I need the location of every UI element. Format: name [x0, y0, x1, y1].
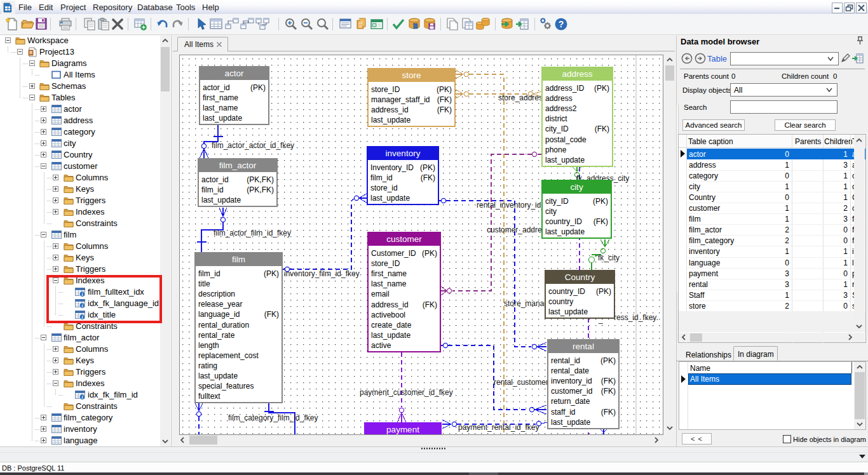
svg-text:country: country [548, 297, 573, 306]
svg-text:activebool: activebool [371, 311, 405, 319]
svg-text:film_category_film_id_fkey: film_category_film_id_fkey [228, 413, 318, 422]
svg-text:rental_duration: rental_duration [198, 321, 249, 330]
svg-text:phone: phone [545, 145, 567, 154]
svg-text:country_ID: country_ID [548, 287, 585, 296]
svg-text:actor: actor [224, 69, 244, 78]
svg-text:address: address [545, 94, 573, 103]
svg-text:(PK,FK): (PK,FK) [247, 185, 274, 194]
svg-text:last_name: last_name [371, 279, 407, 288]
svg-text:store_ID: store_ID [371, 259, 400, 268]
svg-text:inventory_id: inventory_id [551, 377, 592, 385]
svg-text:release_year: release_year [198, 300, 242, 309]
svg-text:last_update: last_update [371, 331, 410, 340]
svg-text:rating: rating [198, 361, 217, 370]
svg-text:film_id: film_id [198, 269, 220, 278]
svg-text:rental_id: rental_id [551, 356, 580, 365]
svg-text:staff_id: staff_id [551, 408, 575, 417]
svg-text:store_ID: store_ID [371, 85, 400, 94]
svg-text:store_address: store_address [498, 93, 546, 102]
svg-text:store_id: store_id [370, 184, 398, 192]
svg-text:create_date: create_date [371, 321, 412, 330]
svg-text:length: length [198, 341, 219, 350]
svg-text:address2: address2 [545, 104, 577, 113]
svg-text:rental_rate: rental_rate [198, 331, 235, 340]
svg-text:(PK): (PK) [420, 163, 435, 172]
svg-text:actor_id: actor_id [203, 83, 230, 92]
svg-text:first_name: first_name [371, 269, 407, 278]
svg-text:last_update: last_update [548, 307, 588, 316]
svg-text:Inventory_ID: Inventory_ID [370, 163, 414, 172]
svg-text:manager_staff_id: manager_staff_id [371, 95, 430, 104]
svg-text:(PK): (PK) [593, 197, 608, 206]
svg-text:film_actor_film_id_fkey: film_actor_film_id_fkey [214, 229, 291, 238]
svg-text:(FK): (FK) [421, 173, 435, 182]
svg-text:(FK): (FK) [601, 387, 616, 396]
svg-text:rental: rental [573, 342, 594, 351]
svg-text:last_update: last_update [370, 194, 410, 203]
svg-text:(FK): (FK) [437, 95, 452, 104]
svg-text:first_name: first_name [203, 93, 238, 102]
svg-text:address_id: address_id [371, 300, 409, 309]
svg-text:(FK): (FK) [423, 300, 437, 309]
svg-text:city: city [545, 207, 557, 216]
svg-text:payment_customer_id_fkey: payment_customer_id_fkey [360, 388, 453, 397]
svg-text:district: district [545, 114, 567, 123]
svg-text:(PK): (PK) [600, 356, 616, 365]
svg-text:postal_code: postal_code [545, 135, 587, 144]
svg-text:last_update: last_update [201, 196, 241, 204]
svg-text:(FK): (FK) [601, 408, 616, 417]
svg-text:film_id: film_id [370, 173, 393, 182]
svg-text:customer: customer [386, 234, 422, 244]
svg-text:(PK): (PK) [422, 249, 437, 258]
svg-text:address: address [562, 69, 592, 79]
svg-text:description: description [198, 290, 235, 298]
svg-text:(FK): (FK) [593, 217, 608, 226]
svg-text:title: title [198, 279, 210, 288]
svg-text:last_update: last_update [545, 156, 585, 164]
svg-text:return_date: return_date [551, 397, 590, 406]
svg-text:actor_id: actor_id [201, 175, 229, 184]
svg-text:last_update: last_update [203, 114, 242, 123]
svg-text:(PK): (PK) [596, 287, 611, 296]
svg-text:(FK): (FK) [264, 310, 279, 319]
svg-text:(PK): (PK) [264, 269, 279, 278]
svg-text:rental_date: rental_date [551, 366, 589, 375]
svg-text:(PK,FK): (PK,FK) [247, 175, 274, 184]
svg-text:last_update: last_update [545, 227, 585, 236]
svg-text:city: city [570, 182, 583, 192]
svg-text:last_name: last_name [203, 104, 238, 112]
svg-text:city_ID: city_ID [545, 197, 569, 206]
svg-text:(FK): (FK) [595, 124, 609, 133]
svg-text:(PK): (PK) [437, 85, 452, 94]
svg-text:customer_id: customer_id [551, 387, 592, 396]
svg-text:film_id: film_id [201, 185, 224, 194]
svg-text:fulltext: fulltext [198, 392, 220, 401]
svg-text:active: active [371, 341, 391, 350]
svg-text:city_ID: city_ID [545, 124, 569, 133]
svg-text:(PK): (PK) [594, 84, 609, 93]
svg-text:inventory: inventory [386, 149, 421, 158]
svg-text:address_ID: address_ID [545, 84, 585, 93]
svg-text:replacement_cost: replacement_cost [198, 351, 259, 360]
svg-text:fk_city: fk_city [598, 253, 620, 262]
svg-text:?: ? [559, 19, 564, 29]
svg-text:inventory_film_id_fkey: inventory_film_id_fkey [284, 269, 360, 278]
svg-text:film: film [232, 255, 245, 264]
svg-text:last_update: last_update [371, 116, 410, 124]
svg-text:Country: Country [565, 272, 595, 282]
svg-text:ress_id_fkey.: ress_id_fkey. [614, 313, 658, 322]
svg-text:payment: payment [386, 425, 419, 434]
svg-text:country_ID: country_ID [545, 217, 582, 226]
svg-text:(FK): (FK) [601, 377, 616, 385]
svg-text:last_update: last_update [198, 371, 238, 380]
svg-text:film_actor_actor_id_fkey: film_actor_actor_id_fkey [212, 141, 294, 150]
svg-text:payment_rental_id_fkey: payment_rental_id_fkey [458, 423, 539, 432]
svg-text:(PK): (PK) [250, 83, 266, 92]
svg-text:email: email [371, 290, 390, 298]
svg-text:film_actor: film_actor [219, 161, 257, 170]
svg-text:address_id: address_id [371, 105, 409, 114]
svg-text:last_update: last_update [551, 418, 590, 427]
svg-text:store: store [402, 70, 421, 80]
svg-text:(FK): (FK) [437, 105, 452, 114]
svg-text:language_id: language_id [198, 310, 240, 319]
